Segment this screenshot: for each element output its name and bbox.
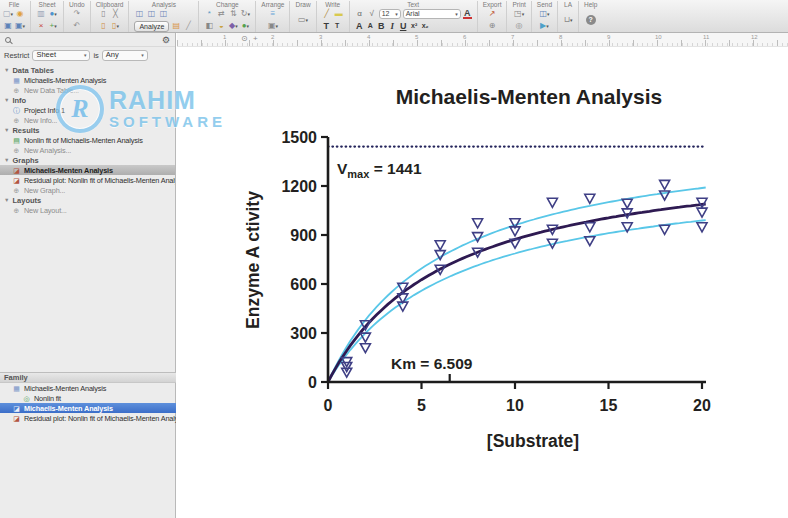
michaelis-menten-graph-object[interactable]: Michaelis-Menten Analysis030060090012001… <box>177 47 788 518</box>
sidebar-item-project-info-1[interactable]: ⓘProject Info 1 <box>0 105 175 115</box>
graph-icon: ◪ <box>12 404 21 413</box>
toolbar-group-write: Write╱▬TT <box>316 1 344 32</box>
section-header-graphs[interactable]: ▼Graphs <box>0 155 175 165</box>
undo-icon[interactable]: ↶ <box>72 21 82 31</box>
sidebar-search-row[interactable]: ⚙ <box>0 33 175 47</box>
draw-shape-icon[interactable]: ▭▾ <box>298 15 308 25</box>
section-title: Layouts <box>12 196 41 205</box>
welcome-icon[interactable]: ◉ <box>15 9 25 19</box>
superscript-button[interactable]: x² <box>410 21 419 31</box>
toolbar-group-change: Change*⇄⇅↻▾◧◒◆▾●▾ <box>198 1 250 32</box>
section-header-info[interactable]: ▼Info <box>0 95 175 105</box>
large-text-button[interactable]: T <box>322 21 331 31</box>
section-header-layouts[interactable]: ▼Layouts <box>0 195 175 205</box>
annotate-icon[interactable]: ●▾ <box>240 21 250 31</box>
italic-button[interactable]: I <box>388 21 397 31</box>
page-setup-icon[interactable]: ◎ <box>514 21 524 31</box>
family-item-michaelis-menten-analysis[interactable]: ▦Michaelis-Menten Analysis <box>0 383 176 393</box>
duplicate-sheet-icon[interactable]: ▥ <box>36 9 46 19</box>
toolbar-group-label: Sheet <box>39 1 56 8</box>
family-item-residual-plot-nonlin-fit-of-michaelis-menten-analysis[interactable]: ◪Residual plot: Nonlin fit of Michaelis-… <box>0 413 176 423</box>
delete-sheet-icon[interactable]: × <box>36 21 46 31</box>
sidebar-item-new-info[interactable]: ⊕New Info... <box>0 115 175 125</box>
chart-svg: Michaelis-Menten Analysis030060090012001… <box>177 47 788 518</box>
labarchives-icon[interactable]: ⊔▾ <box>563 15 573 25</box>
chevron-down-icon: ▾ <box>116 23 119 29</box>
text-color-button[interactable]: A <box>463 9 472 19</box>
export-all-icon[interactable]: ⊕ <box>487 21 497 31</box>
sidebar-item-nonlin-fit-of-michaelis-menten-analysis[interactable]: ▤Nonlin fit of Michaelis-Menten Analysis <box>0 135 175 145</box>
format-icon[interactable]: ◧ <box>204 21 214 31</box>
restrict-field-select[interactable]: Sheet ▾ <box>32 50 90 61</box>
subscript-button[interactable]: x₂ <box>421 21 430 31</box>
new-analysis-icon[interactable]: ◫ <box>134 9 144 19</box>
increase-font-button[interactable]: A <box>355 21 364 31</box>
sidebar-item-michaelis-menten-analysis[interactable]: ▦Michaelis-Menten Analysis <box>0 75 175 85</box>
restrict-value-select[interactable]: Any ▾ <box>102 50 148 61</box>
toolbar-group-undo: Undo↷↶ <box>63 1 85 32</box>
paste-special-icon[interactable]: ▯▾ <box>111 21 121 31</box>
toolbar-group-analysis: Analysis◫◫◫Analyze▤╱ <box>128 1 193 32</box>
equation-icon[interactable]: √ <box>367 9 377 19</box>
send-mail-icon[interactable]: ▶▾ <box>539 21 549 31</box>
font-size-select[interactable]: 12▾ <box>379 9 401 19</box>
underline-button[interactable]: U <box>399 21 408 31</box>
color-scheme-icon[interactable]: ◒ <box>216 21 226 31</box>
redo-icon[interactable]: ↷ <box>72 9 82 19</box>
canvas-ruler: ⊙ + 123456789101112 <box>177 33 788 47</box>
align-icon[interactable]: ≡ <box>268 9 278 19</box>
family-item-nonlin-fit[interactable]: ◎Nonlin fit <box>0 393 176 403</box>
notebook-icon[interactable]: ▤ <box>171 21 181 31</box>
restrict-label: Restrict <box>4 51 29 60</box>
pencil-icon[interactable]: ╱ <box>322 9 332 19</box>
analysis-icon: ◎ <box>22 394 31 403</box>
chevron-down-icon: ▾ <box>570 17 573 23</box>
sidebar-item-michaelis-menten-analysis[interactable]: ◪Michaelis-Menten Analysis <box>0 165 175 175</box>
chevron-down-icon: ▾ <box>546 23 549 29</box>
item-label: Residual plot: Nonlin fit of Michaelis-M… <box>24 176 175 185</box>
toolbar-group-arrange: Arrange≡▣▾ <box>255 1 284 32</box>
bold-button[interactable]: B <box>377 21 386 31</box>
wand-icon[interactable]: * <box>204 9 214 19</box>
copy-icon[interactable]: ▯ <box>99 9 109 19</box>
sidebar-item-residual-plot-nonlin-fit-of-michaelis-menten-analysis[interactable]: ◪Residual plot: Nonlin fit of Michaelis-… <box>0 175 175 185</box>
analyze-button[interactable]: Analyze <box>134 21 169 32</box>
plot-analysis-icon[interactable]: ◫ <box>146 9 156 19</box>
small-text-button[interactable]: T <box>333 21 342 31</box>
print-icon[interactable]: ◳▾ <box>514 9 524 19</box>
export-icon[interactable]: ↗ <box>487 9 497 19</box>
family-item-michaelis-menten-analysis[interactable]: ◪Michaelis-Menten Analysis <box>0 403 176 413</box>
help-icon[interactable]: ? <box>586 15 596 25</box>
sheet-gallery-icon[interactable]: ●▾ <box>48 9 58 19</box>
data-point-triangle <box>585 194 595 203</box>
new-item-icon: ⊕ <box>12 186 21 195</box>
ruler-add-icon[interactable]: + <box>253 34 258 44</box>
paste-icon[interactable]: ▯ <box>99 21 109 31</box>
ruler-center-icon[interactable]: ⊙ <box>241 34 248 44</box>
new-sheet-icon[interactable]: +▾ <box>48 21 58 31</box>
rotate-icon[interactable]: ↻▾ <box>240 9 250 19</box>
greek-letter-icon[interactable]: α <box>355 9 365 19</box>
multiple-analyses-icon[interactable]: ◫ <box>158 9 168 19</box>
bring-front-icon[interactable]: ▣▾ <box>268 21 278 31</box>
sidebar-item-new-analysis[interactable]: ⊕New Analysis... <box>0 145 175 155</box>
save-icon[interactable]: ▣ <box>3 21 13 31</box>
edit-analysis-icon[interactable]: ╱ <box>183 21 193 31</box>
decrease-font-button[interactable]: A <box>366 21 375 31</box>
send-graph-icon[interactable]: ◫▾ <box>539 9 549 19</box>
disclosure-triangle-icon: ▼ <box>4 127 9 133</box>
section-header-results[interactable]: ▼Results <box>0 125 175 135</box>
symbol-icon[interactable]: ◆▾ <box>228 21 238 31</box>
new-document-icon[interactable]: ▢▾ <box>3 9 13 19</box>
gear-icon[interactable]: ⚙ <box>162 35 170 45</box>
section-header-data-tables[interactable]: ▼Data Tables <box>0 65 175 75</box>
sidebar-item-new-layout[interactable]: ⊕New Layout... <box>0 205 175 215</box>
swap-icon[interactable]: ⇄ <box>216 9 226 19</box>
cut-icon[interactable]: ╳ <box>111 9 121 19</box>
font-family-select[interactable]: Arial▾ <box>403 9 461 19</box>
transpose-icon[interactable]: ⇅ <box>228 9 238 19</box>
save-as-icon[interactable]: ▣▾ <box>15 21 25 31</box>
sidebar-item-new-data-table[interactable]: ⊕New Data Table... <box>0 85 175 95</box>
highlight-icon[interactable]: ▬ <box>334 9 344 19</box>
sidebar-item-new-graph[interactable]: ⊕New Graph... <box>0 185 175 195</box>
